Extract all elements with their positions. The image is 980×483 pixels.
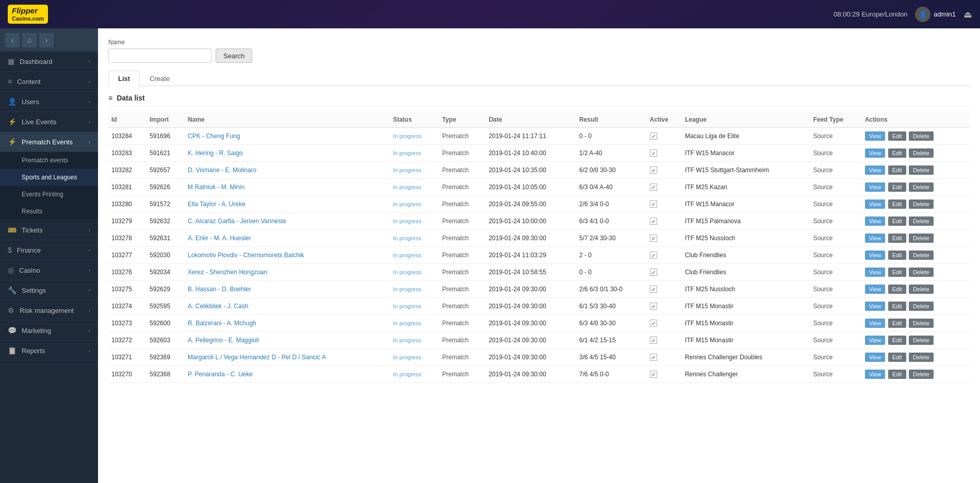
- chevron-right-icon: ›: [89, 288, 90, 293]
- sidebar-item-settings[interactable]: 🔧 Settings ›: [0, 280, 98, 301]
- edit-button[interactable]: Edit: [888, 268, 906, 277]
- edit-button[interactable]: Edit: [888, 182, 906, 192]
- sidebar-item-dashboard[interactable]: ▦ Dashboard ›: [0, 52, 98, 72]
- edit-button[interactable]: Edit: [888, 251, 906, 260]
- delete-button[interactable]: Delete: [909, 131, 934, 141]
- sidebar-item-label: Marketing: [22, 327, 51, 335]
- submenu-item-prematch-events[interactable]: Prematch events: [0, 152, 98, 169]
- sidebar-item-casino[interactable]: ◎ Casino ›: [0, 260, 98, 280]
- delete-button[interactable]: Delete: [909, 353, 934, 362]
- view-button[interactable]: View: [865, 148, 886, 158]
- search-input[interactable]: [108, 48, 211, 63]
- cell-name[interactable]: Ella Taylor - A. Ureke: [185, 196, 390, 213]
- cell-name[interactable]: D. Vismane - E. Molinaro: [185, 162, 390, 179]
- sidebar-item-risk-management[interactable]: ⚙ Risk management ›: [0, 301, 98, 321]
- view-button[interactable]: View: [865, 285, 886, 294]
- nav-back-button[interactable]: ‹: [5, 33, 20, 47]
- logout-icon[interactable]: ⏏: [963, 9, 972, 20]
- cell-name[interactable]: R. Balzerani - A. Mchugh: [185, 315, 390, 332]
- edit-button[interactable]: Edit: [888, 165, 906, 175]
- edit-button[interactable]: Edit: [888, 285, 906, 294]
- cell-name[interactable]: C. Alcaraz Garfia - Jeroen Vanneste: [185, 213, 390, 230]
- edit-button[interactable]: Edit: [888, 234, 906, 243]
- cell-name[interactable]: Margaroli L / Vega Hernandez D - Pel D /…: [185, 349, 390, 366]
- cell-date: 2019-01-24 11:17:11: [485, 128, 576, 145]
- delete-button[interactable]: Delete: [909, 285, 934, 294]
- view-button[interactable]: View: [865, 370, 886, 379]
- edit-button[interactable]: Edit: [888, 302, 906, 311]
- search-button[interactable]: Search: [216, 48, 252, 63]
- submenu-item-sports-leagues[interactable]: Sports and Leagues: [0, 169, 98, 186]
- view-button[interactable]: View: [865, 165, 886, 175]
- delete-button[interactable]: Delete: [909, 251, 934, 260]
- col-result: Result: [576, 112, 647, 128]
- table-row: 103273 592600 R. Balzerani - A. Mchugh I…: [108, 315, 970, 332]
- edit-button[interactable]: Edit: [888, 370, 906, 379]
- edit-button[interactable]: Edit: [888, 353, 906, 362]
- sidebar-item-users[interactable]: 👤 Users ›: [0, 92, 98, 112]
- cell-name[interactable]: CPK - Cheng Fung: [185, 128, 390, 145]
- edit-button[interactable]: Edit: [888, 199, 906, 209]
- sidebar-item-reports[interactable]: 📋 Reports ›: [0, 341, 98, 361]
- edit-button[interactable]: Edit: [888, 216, 906, 226]
- delete-button[interactable]: Delete: [909, 268, 934, 277]
- cell-name[interactable]: A. Erler - M. A. Huesler: [185, 230, 390, 247]
- view-button[interactable]: View: [865, 336, 886, 345]
- delete-button[interactable]: Delete: [909, 199, 934, 209]
- tab-create[interactable]: Create: [140, 71, 179, 86]
- tickets-icon: 🎫: [8, 226, 17, 234]
- delete-button[interactable]: Delete: [909, 319, 934, 328]
- view-button[interactable]: View: [865, 131, 886, 141]
- view-button[interactable]: View: [865, 302, 886, 311]
- edit-button[interactable]: Edit: [888, 131, 906, 141]
- view-button[interactable]: View: [865, 268, 886, 277]
- live-events-icon: ⚡: [8, 118, 17, 126]
- submenu-item-events-printing[interactable]: Events Printing: [0, 186, 98, 203]
- tab-list[interactable]: List: [108, 71, 140, 86]
- nav-home-button[interactable]: ⌂: [22, 33, 37, 47]
- delete-button[interactable]: Delete: [909, 165, 934, 175]
- view-button[interactable]: View: [865, 199, 886, 209]
- sidebar-item-marketing[interactable]: 💬 Marketing ›: [0, 321, 98, 341]
- delete-button[interactable]: Delete: [909, 148, 934, 158]
- data-table: Id Import Name Status Type Date Result A…: [108, 112, 970, 383]
- delete-button[interactable]: Delete: [909, 302, 934, 311]
- view-button[interactable]: View: [865, 182, 886, 192]
- cell-name[interactable]: Xerez - Shenzhen Hongzuan: [185, 264, 390, 281]
- delete-button[interactable]: Delete: [909, 182, 934, 192]
- sidebar-item-finance[interactable]: $ Finance ›: [0, 240, 98, 260]
- cell-name[interactable]: P. Penaranda - C. Ueke: [185, 366, 390, 383]
- cell-name[interactable]: A. Pellegrino - E. Maggioli: [185, 332, 390, 349]
- cell-name[interactable]: M Ratniuk - M. Minin: [185, 179, 390, 196]
- edit-button[interactable]: Edit: [888, 336, 906, 345]
- sidebar-item-live-events[interactable]: ⚡ Live Events ›: [0, 112, 98, 132]
- sidebar-item-content[interactable]: ≡ Content ›: [0, 72, 98, 92]
- view-button[interactable]: View: [865, 251, 886, 260]
- delete-button[interactable]: Delete: [909, 336, 934, 345]
- cell-name[interactable]: Lokomotiv Plovdiv - Chernomorets Balchik: [185, 247, 390, 264]
- col-status: Status: [390, 112, 439, 128]
- sidebar-item-tickets[interactable]: 🎫 Tickets ›: [0, 220, 98, 240]
- edit-button[interactable]: Edit: [888, 319, 906, 328]
- cell-id: 103273: [108, 315, 146, 332]
- edit-button[interactable]: Edit: [888, 148, 906, 158]
- search-section: Name Search: [108, 39, 970, 63]
- delete-button[interactable]: Delete: [909, 234, 934, 243]
- cell-id: 103284: [108, 128, 146, 145]
- view-button[interactable]: View: [865, 216, 886, 226]
- delete-button[interactable]: Delete: [909, 216, 934, 226]
- cell-name[interactable]: A. Celikbilek - J. Cash: [185, 298, 390, 315]
- cell-import: 592369: [146, 349, 185, 366]
- cell-name[interactable]: B. Hassan - D. Boehler: [185, 281, 390, 298]
- sidebar-item-prematch-events[interactable]: ⚡ Prematch Events ›: [0, 132, 98, 152]
- delete-button[interactable]: Delete: [909, 370, 934, 379]
- nav-forward-button[interactable]: ›: [39, 33, 54, 47]
- risk-icon: ⚙: [8, 306, 14, 314]
- view-button[interactable]: View: [865, 319, 886, 328]
- cell-name[interactable]: K. Hering - R. Saigo: [185, 145, 390, 162]
- view-button[interactable]: View: [865, 353, 886, 362]
- view-button[interactable]: View: [865, 234, 886, 243]
- submenu-item-results[interactable]: Results: [0, 203, 98, 220]
- cell-feed-type: Source: [810, 281, 861, 298]
- cell-league: ITF M25 Kazan: [682, 179, 810, 196]
